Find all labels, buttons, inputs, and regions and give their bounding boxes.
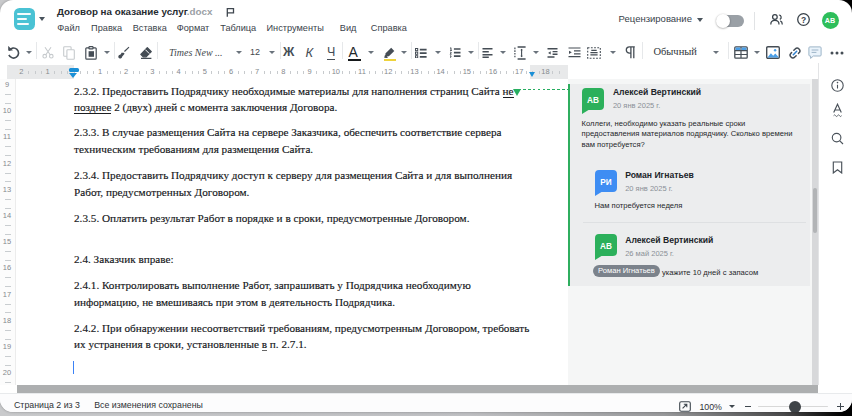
svg-text:АВ: АВ [600, 242, 612, 251]
svg-text:РИ: РИ [601, 178, 612, 187]
svg-text:АВ: АВ [587, 96, 599, 105]
svg-text:?: ? [801, 15, 806, 25]
